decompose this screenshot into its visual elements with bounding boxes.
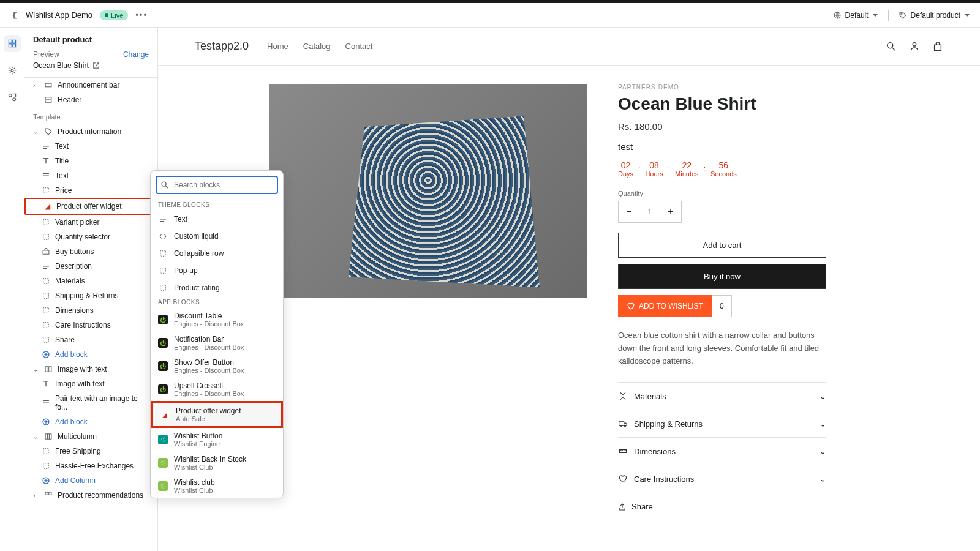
- change-preview-link[interactable]: Change: [123, 50, 149, 59]
- svg-rect-2: [9, 40, 12, 43]
- svg-point-38: [624, 425, 625, 427]
- svg-rect-43: [160, 285, 165, 290]
- tree-share[interactable]: Share: [24, 332, 157, 347]
- block-picker-popup: THEME BLOCKS Text Custom liquid Collapsi…: [150, 170, 284, 498]
- tree-image-text-section[interactable]: ⌄Image with text: [24, 362, 157, 377]
- svg-point-40: [162, 182, 166, 186]
- account-icon[interactable]: [909, 41, 920, 52]
- nav-contact[interactable]: Contact: [345, 42, 373, 51]
- tree-buy-buttons[interactable]: Buy buttons: [24, 244, 157, 259]
- block-product-offer-widget[interactable]: ◢Product offer widgetAuto Sale: [151, 401, 283, 428]
- locale-selector[interactable]: Default: [833, 11, 878, 20]
- svg-point-8: [12, 98, 15, 101]
- nav-rail: [0, 28, 24, 551]
- nav-catalog[interactable]: Catalog: [303, 42, 331, 51]
- add-block-button[interactable]: Add block: [24, 414, 157, 429]
- add-column-button[interactable]: Add Column: [24, 473, 157, 488]
- buy-now-button[interactable]: Buy it now: [618, 264, 826, 289]
- preview-label: Preview: [33, 50, 59, 59]
- app-blocks-heading: APP BLOCKS: [151, 296, 283, 308]
- block-show-offer[interactable]: ⏻Show Offer ButtonEngines - Discount Box: [151, 354, 283, 378]
- tree-variant[interactable]: Variant picker: [24, 215, 157, 230]
- add-block-button[interactable]: Add block: [24, 347, 157, 362]
- rail-settings[interactable]: [4, 62, 21, 79]
- chevron-down-icon: [872, 12, 878, 18]
- qty-increase[interactable]: +: [660, 201, 681, 222]
- tree-shipping[interactable]: Shipping & Returns: [24, 288, 157, 303]
- template-heading: Template: [24, 107, 157, 124]
- share-button[interactable]: Share: [618, 502, 826, 511]
- block-upsell[interactable]: ⏻Upsell CrossellEngines - Discount Box: [151, 378, 283, 401]
- tree-multicolumn[interactable]: ⌄Multicolumn: [24, 429, 157, 444]
- collapse-dimensions[interactable]: Dimensions⌄: [618, 437, 826, 465]
- sidebar: Default product Preview Change Ocean Blu…: [24, 28, 158, 551]
- tree-text[interactable]: Text: [24, 168, 157, 183]
- tree-title[interactable]: Title: [24, 154, 157, 168]
- block-text[interactable]: Text: [151, 211, 283, 228]
- svg-rect-9: [45, 83, 51, 87]
- svg-rect-20: [43, 337, 48, 342]
- tree-care[interactable]: Care Instructions: [24, 318, 157, 332]
- block-wishlist-club[interactable]: ♡Wishlist clubWishlist Club: [151, 474, 283, 498]
- chevron-down-icon: ⌄: [820, 447, 826, 456]
- tree-pair-text[interactable]: Pair text with an image to fo...: [24, 391, 157, 414]
- add-to-cart-button[interactable]: Add to cart: [618, 233, 826, 258]
- block-custom-liquid[interactable]: Custom liquid: [151, 228, 283, 245]
- block-notification-bar[interactable]: ⏻Notification BarEngines - Discount Box: [151, 331, 283, 354]
- tree-image-text-block[interactable]: Image with text: [24, 377, 157, 391]
- svg-rect-42: [160, 268, 165, 273]
- qty-decrease[interactable]: −: [619, 201, 639, 222]
- tree-header[interactable]: Header: [24, 92, 157, 107]
- tree-dimensions[interactable]: Dimensions: [24, 303, 157, 318]
- quantity-stepper: − 1 +: [618, 201, 682, 223]
- rail-sections[interactable]: [4, 35, 21, 52]
- collapse-shipping[interactable]: Shipping & Returns⌄: [618, 410, 826, 437]
- collapse-materials[interactable]: Materials⌄: [618, 382, 826, 410]
- tree-product-offer-widget[interactable]: ◢Product offer widget: [24, 198, 157, 215]
- external-link-icon[interactable]: [92, 62, 100, 69]
- share-icon: [618, 503, 627, 511]
- svg-rect-11: [45, 100, 51, 102]
- block-wishlist-back-in-stock[interactable]: ♡Wishlist Back In StockWishlist Club: [151, 451, 283, 474]
- tree-recommendations[interactable]: ›Product recommendations: [24, 488, 157, 503]
- cart-icon[interactable]: [932, 41, 943, 52]
- more-menu[interactable]: •••: [135, 10, 148, 20]
- sidebar-title: Default product: [33, 35, 149, 44]
- tree-quantity[interactable]: Quantity selector: [24, 230, 157, 244]
- tree-product-info[interactable]: ⌄Product information: [24, 124, 157, 139]
- template-selector[interactable]: Default product: [899, 11, 970, 20]
- tree-free-shipping[interactable]: Free Shipping: [24, 444, 157, 459]
- status-badge: Live: [100, 10, 128, 20]
- svg-rect-16: [43, 279, 48, 283]
- collapse-care[interactable]: Care Instructions⌄: [618, 465, 826, 492]
- block-wishlist-button[interactable]: ♡Wishlist ButtonWishlist Engine: [151, 428, 283, 451]
- tree-materials[interactable]: Materials: [24, 274, 157, 288]
- tree-text[interactable]: Text: [24, 139, 157, 154]
- nav-home[interactable]: Home: [267, 42, 288, 51]
- svg-rect-12: [43, 188, 48, 193]
- svg-rect-17: [43, 293, 48, 298]
- svg-rect-19: [43, 323, 48, 328]
- tree-hassle-free[interactable]: Hassle-Free Exchanges: [24, 459, 157, 473]
- block-product-rating[interactable]: Product rating: [151, 279, 283, 296]
- block-collapsible[interactable]: Collapsible row: [151, 245, 283, 262]
- svg-point-33: [888, 42, 893, 48]
- block-discount-table[interactable]: ⏻Discount TableEngines - Discount Box: [151, 308, 283, 331]
- svg-rect-15: [43, 250, 49, 254]
- heart-icon: [618, 474, 628, 484]
- tree-description[interactable]: Description: [24, 259, 157, 274]
- product-price: Rs. 180.00: [618, 121, 826, 132]
- block-popup[interactable]: Pop-up: [151, 262, 283, 279]
- tree-price[interactable]: Price: [24, 183, 157, 198]
- exit-icon[interactable]: [10, 11, 18, 20]
- rail-apps[interactable]: [4, 89, 21, 106]
- tree-announcement[interactable]: ›Announcement bar: [24, 78, 157, 92]
- search-blocks-input[interactable]: [156, 176, 278, 194]
- chevron-down-icon: ⌄: [820, 392, 826, 401]
- svg-point-37: [620, 425, 622, 427]
- search-icon[interactable]: [886, 41, 897, 52]
- svg-point-1: [900, 13, 902, 14]
- test-text: test: [618, 141, 826, 152]
- add-to-wishlist-button[interactable]: ADD TO WISHLIST: [618, 295, 712, 317]
- search-icon: [160, 181, 169, 189]
